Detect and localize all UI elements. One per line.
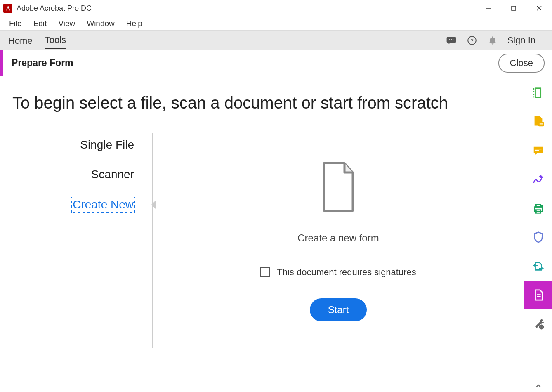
crop-pages-icon[interactable] — [531, 85, 546, 100]
svg-rect-11 — [538, 122, 544, 126]
option-single-file[interactable]: Single File — [79, 137, 135, 152]
option-scanner[interactable]: Scanner — [90, 167, 135, 182]
svg-rect-14 — [535, 149, 541, 149]
minimize-button[interactable] — [475, 0, 501, 17]
protect-icon[interactable] — [531, 230, 546, 245]
menubar: File Edit View Window Help — [0, 17, 552, 31]
content-scroll[interactable]: To begin select a file, scan a document … — [0, 76, 524, 392]
option-create-new[interactable]: Create New — [71, 197, 135, 213]
svg-rect-21 — [537, 296, 540, 297]
source-option-list: Single File Scanner Create New — [12, 133, 153, 348]
document-icon — [314, 158, 363, 216]
menu-file[interactable]: File — [3, 17, 28, 30]
start-button[interactable]: Start — [310, 298, 367, 321]
menu-window[interactable]: Window — [81, 17, 120, 30]
optimize-pdf-icon[interactable] — [531, 259, 546, 274]
bell-icon[interactable] — [487, 35, 498, 46]
tool-header: Prepare Form Close — [0, 50, 552, 76]
svg-rect-13 — [539, 125, 543, 125]
more-tools-icon[interactable] — [531, 316, 546, 331]
sign-in-link[interactable]: Sign In — [507, 35, 536, 46]
svg-point-6 — [452, 39, 453, 40]
option-detail-panel: Create a new form This document requires… — [153, 133, 524, 321]
signature-row: This document requires signatures — [260, 267, 416, 278]
rail-expand-chevron[interactable] — [524, 383, 552, 390]
window-controls — [475, 0, 552, 17]
requires-signatures-checkbox[interactable] — [260, 267, 270, 277]
svg-point-5 — [451, 39, 452, 40]
tool-rail — [524, 76, 552, 392]
close-tool-button[interactable]: Close — [498, 54, 545, 73]
menu-view[interactable]: View — [52, 17, 81, 30]
chat-icon[interactable] — [446, 35, 457, 46]
detail-title: Create a new form — [297, 232, 379, 244]
menu-help[interactable]: Help — [120, 17, 148, 30]
main-area: To begin select a file, scan a document … — [0, 76, 552, 392]
svg-point-19 — [540, 205, 543, 208]
nav-bar: Home Tools ? Sign In — [0, 31, 552, 50]
titlebar: Adobe Acrobat Pro DC — [0, 0, 552, 17]
headline: To begin select a file, scan a document … — [12, 93, 524, 113]
svg-rect-17 — [536, 205, 540, 207]
prepare-form-icon[interactable] — [524, 281, 552, 309]
comment-icon[interactable] — [531, 143, 546, 158]
tab-home[interactable]: Home — [8, 32, 33, 49]
tab-tools[interactable]: Tools — [45, 31, 66, 49]
maximize-button[interactable] — [501, 0, 526, 17]
print-production-icon[interactable] — [531, 201, 546, 216]
tool-name: Prepare Form — [12, 57, 73, 68]
svg-rect-15 — [535, 150, 539, 151]
tool-accent-bar — [0, 50, 3, 76]
export-pdf-icon[interactable] — [531, 114, 546, 129]
help-icon[interactable]: ? — [466, 35, 478, 46]
app-title: Adobe Acrobat Pro DC — [17, 4, 92, 13]
menu-edit[interactable]: Edit — [28, 17, 53, 30]
svg-rect-9 — [535, 88, 540, 98]
fill-sign-icon[interactable] — [531, 172, 546, 187]
acrobat-app-icon — [3, 4, 12, 13]
svg-rect-20 — [537, 294, 540, 295]
svg-rect-12 — [539, 123, 543, 124]
requires-signatures-label: This document requires signatures — [277, 267, 416, 278]
svg-text:?: ? — [470, 37, 473, 43]
close-window-button[interactable] — [526, 0, 552, 17]
svg-rect-1 — [512, 6, 516, 10]
svg-point-4 — [449, 39, 450, 40]
